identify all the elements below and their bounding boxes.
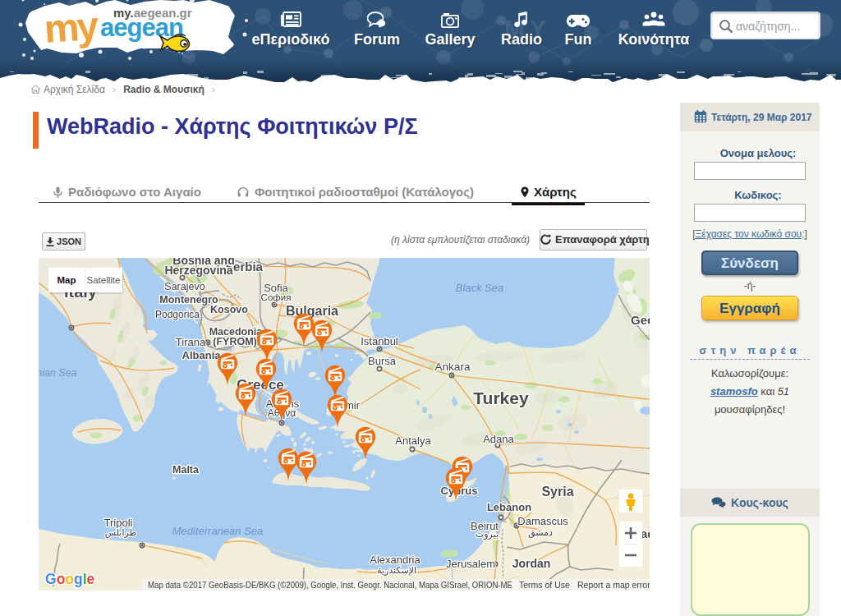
- svg-text:Herzegovina: Herzegovina: [164, 264, 232, 277]
- svg-text:Damascus: Damascus: [517, 515, 568, 527]
- svg-text:Sarajevo: Sarajevo: [164, 281, 205, 292]
- svg-text:Adana: Adana: [483, 433, 514, 445]
- svg-text:بيروت: بيروت: [476, 529, 499, 540]
- svg-text:Tirana: Tirana: [176, 336, 206, 348]
- svg-text:Report a map error: Report a map error: [577, 580, 650, 590]
- svg-text:Black Sea: Black Sea: [456, 282, 504, 294]
- svg-text:Istanbul: Istanbul: [361, 335, 398, 347]
- svg-text:Jerusalem: Jerusalem: [446, 558, 495, 570]
- svg-text:Alexandria: Alexandria: [370, 554, 420, 566]
- svg-text:الإسكندرية: الإسكندرية: [377, 565, 416, 576]
- svg-text:Bulgaria: Bulgaria: [286, 304, 338, 318]
- svg-text:Mediterranean Sea: Mediterranean Sea: [172, 525, 264, 537]
- svg-text:София: София: [261, 292, 292, 302]
- svg-text:Geo: Geo: [631, 313, 650, 327]
- svg-text:Ankara: Ankara: [435, 361, 471, 373]
- svg-text:Syria: Syria: [541, 485, 573, 499]
- svg-text:Terms of Use: Terms of Use: [519, 580, 570, 590]
- svg-text:Jordan: Jordan: [512, 557, 551, 570]
- svg-text:طرابلس: طرابلس: [105, 527, 137, 538]
- svg-text:Podgorica: Podgorica: [155, 309, 200, 320]
- svg-text:Turkey: Turkey: [473, 388, 529, 407]
- svg-text:Albania: Albania: [182, 349, 222, 361]
- svg-text:Tyrrhenian Sea: Tyrrhenian Sea: [39, 367, 77, 379]
- svg-text:my: my: [43, 3, 100, 51]
- svg-text:Antalya: Antalya: [395, 434, 431, 447]
- svg-text:Google: Google: [45, 571, 95, 587]
- svg-text:Map data ©2017 GeoBasis-DE/BKG: Map data ©2017 GeoBasis-DE/BKG (©2009), …: [148, 580, 512, 590]
- svg-text:دمشق: دمشق: [528, 527, 553, 539]
- svg-text:Satellite: Satellite: [87, 275, 121, 285]
- svg-text:Malta: Malta: [172, 464, 200, 476]
- svg-text:Lebanon: Lebanon: [487, 501, 531, 513]
- svg-text:Kosovo: Kosovo: [210, 304, 248, 315]
- svg-text:Bursa: Bursa: [368, 355, 397, 367]
- svg-text:Map: Map: [57, 275, 76, 285]
- svg-text:(FYROM): (FYROM): [213, 336, 256, 347]
